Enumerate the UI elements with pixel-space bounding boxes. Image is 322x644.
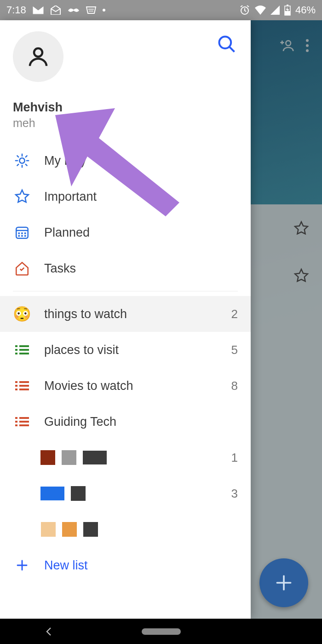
list-item-places-to-visit[interactable]: places to visit 5 (0, 332, 251, 368)
home-check-icon (13, 261, 31, 276)
home-pill[interactable] (142, 628, 181, 635)
svg-rect-28 (19, 385, 29, 387)
new-list-label: New list (44, 558, 88, 573)
svg-rect-24 (15, 381, 17, 383)
color-swatch (83, 522, 98, 537)
status-left: 7:18 (6, 4, 105, 16)
list-item-things-to-watch[interactable]: 😳 things to watch 2 (0, 296, 251, 332)
plus-icon (274, 573, 294, 593)
alarm-icon (239, 5, 250, 16)
add-task-fab[interactable] (259, 558, 308, 607)
color-swatch (40, 487, 64, 500)
svg-rect-14 (24, 232, 26, 234)
svg-rect-30 (15, 417, 17, 419)
signal-icon (270, 6, 280, 15)
profile-email: meh (13, 116, 238, 130)
color-swatch (40, 450, 55, 465)
calendar-icon (13, 225, 31, 240)
status-right: 46% (239, 4, 316, 16)
svg-rect-31 (15, 421, 17, 423)
svg-rect-23 (19, 353, 29, 354)
list-item-label: places to visit (44, 343, 218, 357)
wifi-icon (255, 6, 266, 15)
svg-rect-21 (19, 345, 29, 347)
status-bar: 7:18 46% (0, 0, 322, 20)
avatar[interactable] (13, 31, 63, 82)
mail-icon (33, 6, 44, 14)
svg-rect-25 (15, 385, 17, 387)
star-icon (13, 189, 31, 204)
svg-rect-35 (19, 424, 29, 426)
sidebar-item-label: My Day (44, 154, 238, 168)
color-swatches (40, 486, 218, 501)
svg-rect-18 (15, 345, 17, 347)
sidebar-item-important[interactable]: Important (0, 179, 251, 215)
status-time: 7:18 (6, 4, 26, 16)
list-item-movies-to-watch[interactable]: Movies to watch 8 (0, 368, 251, 404)
color-swatch (71, 486, 86, 501)
list-bullets-icon (13, 381, 31, 391)
drawer-header[interactable]: Mehvish meh (0, 20, 251, 133)
svg-rect-17 (24, 235, 26, 237)
color-swatch (62, 450, 76, 465)
list-item-count: 1 (231, 451, 238, 465)
sidebar-item-tasks[interactable]: Tasks (0, 250, 251, 286)
color-swatch (62, 522, 77, 537)
list-item-count: 3 (231, 487, 238, 501)
divider (13, 291, 238, 291)
list-item-label: Guiding Tech (44, 415, 225, 429)
svg-point-10 (19, 158, 24, 163)
sidebar-item-label: Planned (44, 226, 238, 240)
svg-rect-26 (15, 389, 17, 390)
status-dot-icon (103, 9, 105, 12)
new-list-button[interactable]: New list (0, 547, 251, 583)
svg-rect-13 (21, 232, 23, 234)
svg-rect-2 (287, 5, 288, 6)
user-lists: 😳 things to watch 2 places to visit 5 Mo… (0, 296, 251, 547)
profile-name: Mehvish (13, 100, 238, 115)
list-item-color-2[interactable]: 3 (0, 476, 251, 511)
sidebar-item-myday[interactable]: My Day (0, 143, 251, 179)
svg-rect-27 (19, 381, 29, 383)
list-bullets-icon (13, 417, 31, 427)
color-swatch (83, 451, 107, 464)
svg-rect-32 (15, 424, 17, 426)
background-scrim[interactable] (251, 20, 322, 619)
svg-rect-15 (18, 235, 20, 237)
list-item-count: 2 (231, 307, 238, 321)
navigation-drawer: Mehvish meh My Day Important Planned (0, 20, 251, 619)
svg-point-9 (219, 37, 231, 49)
svg-rect-16 (21, 235, 23, 237)
svg-rect-12 (18, 232, 20, 234)
svg-rect-34 (19, 421, 29, 423)
phone-frame: 7:18 46% (0, 0, 322, 644)
android-nav-bar (0, 619, 322, 644)
color-swatches (40, 450, 218, 465)
list-bullets-icon (13, 345, 31, 355)
sidebar-item-label: Important (44, 190, 238, 204)
search-icon (217, 34, 237, 54)
svg-rect-19 (15, 349, 17, 351)
svg-rect-20 (15, 353, 17, 354)
list-item-color-1[interactable]: 1 (0, 440, 251, 476)
battery-percent: 46% (295, 4, 316, 16)
list-item-count: 8 (231, 379, 238, 393)
search-button[interactable] (217, 34, 237, 56)
emoji-icon: 😳 (13, 305, 31, 323)
battery-icon (284, 5, 291, 16)
list-item-label: things to watch (44, 307, 218, 321)
list-item-label: Movies to watch (44, 379, 218, 393)
list-item-count: 5 (231, 343, 238, 357)
back-icon[interactable] (44, 626, 55, 637)
svg-rect-29 (19, 389, 29, 390)
smart-lists: My Day Important Planned Tasks (0, 143, 251, 286)
sidebar-item-planned[interactable]: Planned (0, 215, 251, 250)
svg-rect-22 (19, 349, 29, 351)
person-icon (26, 44, 51, 69)
color-swatches (41, 522, 225, 537)
color-swatch (41, 522, 56, 537)
list-item-guiding-tech[interactable]: Guiding Tech (0, 404, 251, 440)
list-item-color-3[interactable] (0, 511, 251, 547)
svg-rect-33 (19, 417, 29, 419)
plus-icon (13, 558, 31, 572)
